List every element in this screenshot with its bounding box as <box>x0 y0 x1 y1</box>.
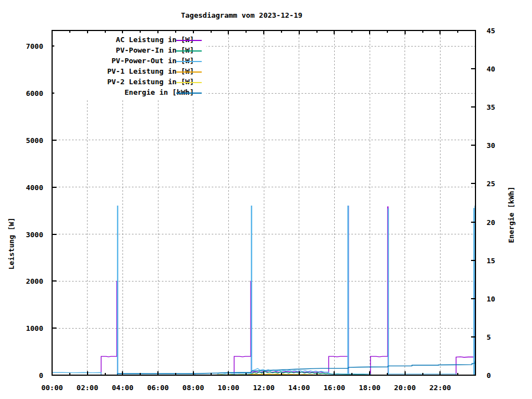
legend-entry-label: Energie in [kWh] <box>66 88 194 96</box>
legend-entry-label: AC Leistung in [W] <box>66 35 194 44</box>
svg-text:18:00: 18:00 <box>359 383 380 392</box>
svg-text:6000: 6000 <box>26 89 43 98</box>
legend-entry-label: PV-Power-In in [W] <box>66 46 194 54</box>
legend-entry-label: PV-2 Leistung in [W] <box>66 78 194 86</box>
series-energie <box>77 361 475 375</box>
svg-text:5: 5 <box>487 333 491 341</box>
svg-text:40: 40 <box>487 65 495 73</box>
svg-text:00:00: 00:00 <box>41 383 63 392</box>
svg-text:20: 20 <box>487 218 495 227</box>
svg-text:10: 10 <box>487 295 495 303</box>
y-left-tick-labels: 01000200030004000500060007000 <box>26 42 43 380</box>
legend-sample-line <box>176 40 202 41</box>
y-axis-left-label: Leistung [W] <box>7 188 16 299</box>
svg-text:35: 35 <box>487 103 495 111</box>
svg-text:2000: 2000 <box>26 277 43 285</box>
svg-text:1000: 1000 <box>26 324 43 332</box>
svg-text:4000: 4000 <box>26 183 43 192</box>
svg-text:3000: 3000 <box>26 231 43 239</box>
legend-sample-line <box>176 61 202 62</box>
legend-sample-line <box>176 82 202 83</box>
legend-entry-pv-power-in: PV-Power-In in [W] <box>54 45 206 55</box>
svg-text:0: 0 <box>39 371 43 380</box>
legend-entry-pv-1-leistung: PV-1 Leistung in [W] <box>54 66 206 76</box>
legend: AC Leistung in [W]PV-Power-In in [W]PV-P… <box>54 33 206 99</box>
svg-text:5000: 5000 <box>26 136 43 145</box>
legend-sample-line <box>176 93 202 94</box>
svg-text:10:00: 10:00 <box>218 383 239 392</box>
legend-entry-pv-2-leistung: PV-2 Leistung in [W] <box>54 76 206 87</box>
svg-text:15: 15 <box>487 257 495 265</box>
legend-sample-line <box>176 71 202 73</box>
svg-text:25: 25 <box>487 180 495 188</box>
svg-text:30: 30 <box>487 141 495 150</box>
chart-title: Tagesdiagramm vom 2023-12-19 <box>0 11 483 19</box>
x-tick-labels: 00:0002:0004:0006:0008:0010:0012:0014:00… <box>41 383 451 392</box>
legend-entry-label: PV-1 Leistung in [W] <box>66 67 194 75</box>
svg-text:02:00: 02:00 <box>76 383 98 392</box>
y-axis-right-label: Energie [kWh] <box>507 160 515 270</box>
svg-text:45: 45 <box>487 27 495 35</box>
legend-entry-energie: Energie in [kWh] <box>54 87 206 98</box>
svg-text:12:00: 12:00 <box>253 383 274 392</box>
svg-text:08:00: 08:00 <box>182 383 204 392</box>
legend-entry-pv-power-out: PV-Power-Out in [W] <box>54 55 206 66</box>
svg-text:06:00: 06:00 <box>147 383 168 392</box>
svg-text:16:00: 16:00 <box>324 383 345 392</box>
y-right-tick-labels: 051015202530354045 <box>487 27 495 380</box>
svg-text:20:00: 20:00 <box>394 383 416 392</box>
svg-text:7000: 7000 <box>26 42 43 50</box>
svg-text:0: 0 <box>487 371 491 380</box>
legend-sample-line <box>176 50 202 52</box>
legend-entry-ac-leistung: AC Leistung in [W] <box>54 34 206 45</box>
svg-text:04:00: 04:00 <box>112 383 134 392</box>
legend-entry-label: PV-Power-Out in [W] <box>66 57 194 65</box>
svg-text:22:00: 22:00 <box>429 383 451 392</box>
svg-text:14:00: 14:00 <box>288 383 310 392</box>
chart-stage: 00:0002:0004:0006:0008:0010:0012:0014:00… <box>0 0 532 399</box>
